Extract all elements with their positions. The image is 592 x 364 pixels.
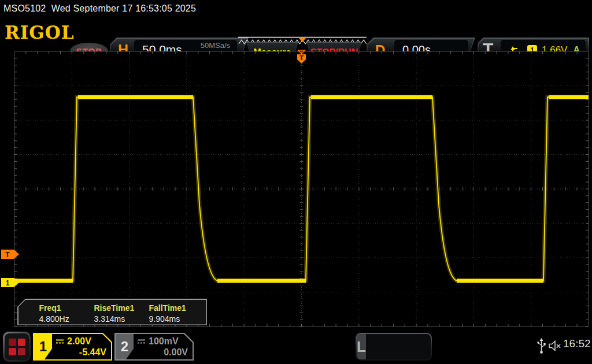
channel1-status[interactable]: 1 2.00V -5.44V <box>33 333 112 361</box>
channel1-scale: 2.00V <box>67 336 91 347</box>
trigger-level-label: T <box>5 251 10 259</box>
measurement-freq: Freq1 4.800Hz <box>39 300 94 325</box>
grid-icon <box>5 333 29 360</box>
channel2-status[interactable]: 2 100mV 0.00V <box>114 333 194 361</box>
logic-channel-numbers: 0 1 2 3 4 5 6 7 8 9 1011 12131415 <box>366 334 431 359</box>
measurement-panel[interactable]: Freq1 4.800Hz RiseTime1 3.314ms FallTime… <box>17 299 207 325</box>
dc-coupling-icon <box>137 339 146 344</box>
logic-channels-status[interactable]: L 0 1 2 3 4 5 6 7 8 9 1011 12131415 <box>356 333 432 361</box>
dc-coupling-icon <box>56 339 64 344</box>
usb-icon <box>536 338 546 354</box>
trigger-position-label: T <box>299 54 304 61</box>
channel1-number-tab: 1 <box>34 334 52 359</box>
rigol-logo: RIGOL <box>5 22 75 43</box>
graticule <box>14 51 589 326</box>
channel2-scale: 100mV <box>149 336 179 347</box>
channel1-marker-label: 1 <box>6 279 10 287</box>
clock: 16:52 <box>563 337 591 350</box>
channel2-offset: 0.00V <box>137 347 188 358</box>
channel1-offset: -5.44V <box>56 347 106 358</box>
waveform-display: T T 1 <box>0 49 592 329</box>
logic-label: L <box>357 334 366 359</box>
channel2-number-tab: 2 <box>116 334 134 359</box>
speaker-muted-icon <box>548 339 562 353</box>
bottom-status-bar: 1 2.00V -5.44V 2 <box>0 329 592 364</box>
header-bar: RIGOL STOP H 50.0ms 50MSa/s 25Mpts Measu… <box>0 17 592 49</box>
measurement-risetime: RiseTime1 3.314ms <box>94 300 149 325</box>
model-and-datetime: MSO5102 Wed September 17 16:53:05 2025 <box>3 3 196 14</box>
measurement-falltime: FallTime1 9.904ms <box>149 300 204 325</box>
title-bar: MSO5102 Wed September 17 16:53:05 2025 <box>0 0 592 17</box>
function-grid-button[interactable] <box>3 332 31 362</box>
